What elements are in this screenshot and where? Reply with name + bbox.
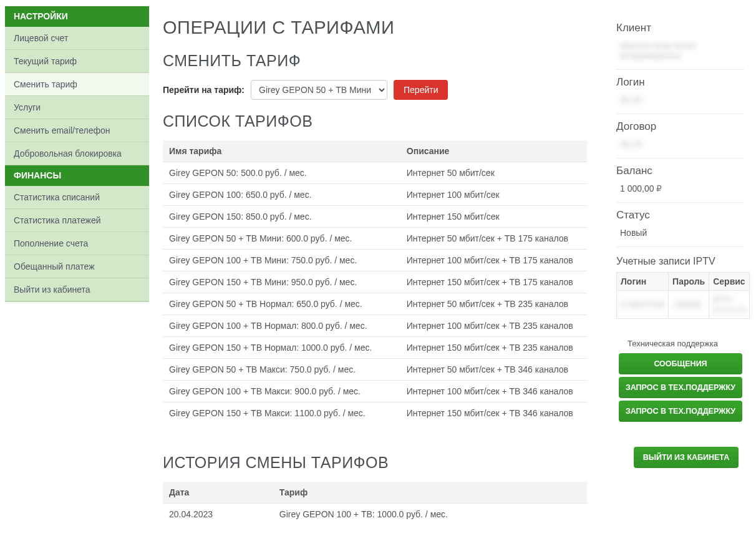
tariff-desc: Интернет 50 мбит/сек + ТВ 235 каналов xyxy=(400,293,587,315)
tariff-name: Girey GEPON 100 + ТВ Мини: 750.0 руб. / … xyxy=(163,250,400,271)
tariff-desc: Интернет 50 мбит/сек + ТВ 346 каналов xyxy=(400,359,587,381)
login-label: Логин xyxy=(616,76,745,89)
sidebar-item[interactable]: Лицевой счет xyxy=(5,27,149,50)
iptv-service: IPTV (2.2.2.2) xyxy=(709,291,750,319)
change-tariff-label: Перейти на тариф: xyxy=(163,85,245,95)
table-row: Girey GEPON 150: 850.0 руб. / мес.Интерн… xyxy=(163,206,587,228)
client-label: Клиент xyxy=(616,22,745,34)
tariff-desc: Интернет 150 мбит/сек xyxy=(400,206,587,228)
history-table: Дата Тариф 20.04.2023Girey GEPON 100 + Т… xyxy=(163,482,587,525)
table-row: Girey GEPON 150 + ТВ Нормал: 1000.0 руб.… xyxy=(163,337,587,359)
iptv-col-password: Пароль xyxy=(669,273,709,291)
support-request-button-1[interactable]: ЗАПРОС В ТЕХ.ПОДДЕРЖКУ xyxy=(619,377,742,398)
history-col-date: Дата xyxy=(163,482,273,504)
sidebar-header-settings: НАСТРОЙКИ xyxy=(5,6,149,27)
sidebar: НАСТРОЙКИ Лицевой счетТекущий тарифСмени… xyxy=(0,0,154,537)
sidebar-item[interactable]: Сменить тариф xyxy=(5,73,149,96)
tariff-select[interactable]: Girey GEPON 50 + ТВ Мини xyxy=(251,80,387,100)
balance-label: Баланс xyxy=(616,165,745,177)
table-row: Girey GEPON 100 + ТВ Нормал: 800.0 руб. … xyxy=(163,315,587,337)
sidebar-item[interactable]: Выйти из кабинета xyxy=(5,278,149,301)
table-row: Girey GEPON 100: 650.0 руб. / мес.Интерн… xyxy=(163,184,587,206)
tariff-name: Girey GEPON 50: 500.0 руб. / мес. xyxy=(163,162,400,184)
iptv-col-service: Сервис xyxy=(709,273,750,291)
iptv-password: 196566 xyxy=(669,291,709,319)
sidebar-item[interactable]: Статистика списаний xyxy=(5,186,149,209)
support-request-button-2[interactable]: ЗАПРОС В ТЕХ.ПОДДЕРЖКУ xyxy=(619,401,742,422)
section-title-change: СМЕНИТЬ ТАРИФ xyxy=(163,52,587,70)
right-panel: Клиент Иванов Анастасия Владимировна Лог… xyxy=(609,0,756,537)
tariff-table: Имя тарифа Описание Girey GEPON 50: 500.… xyxy=(163,140,587,424)
tariff-name: Girey GEPON 50 + ТВ Нормал: 650.0 руб. /… xyxy=(163,293,400,315)
go-button[interactable]: Перейти xyxy=(394,80,448,100)
tariff-name: Girey GEPON 150: 850.0 руб. / мес. xyxy=(163,206,400,228)
sidebar-item[interactable]: Пополнение счета xyxy=(5,232,149,255)
logout-button[interactable]: ВЫЙТИ ИЗ КАБИНЕТА xyxy=(634,447,739,468)
sidebar-item[interactable]: Статистика платежей xyxy=(5,209,149,232)
iptv-login: 275607518 xyxy=(617,291,669,319)
table-row: Girey GEPON 100 + ТВ Мини: 750.0 руб. / … xyxy=(163,250,587,271)
tariff-desc: Интернет 150 мбит/сек + ТВ 235 каналов xyxy=(400,337,587,359)
tariff-desc: Интернет 50 мбит/сек + ТВ 175 каналов xyxy=(400,228,587,250)
table-row: Girey GEPON 100 + ТВ Макси: 900.0 руб. /… xyxy=(163,381,587,402)
sidebar-item[interactable]: Текущий тариф xyxy=(5,50,149,73)
balance-value: 1 000,00 xyxy=(616,183,745,193)
sidebar-item[interactable]: Обещанный платеж xyxy=(5,255,149,278)
support-label: Техническая поддержка xyxy=(616,339,745,348)
tariff-name: Girey GEPON 50 + ТВ Макси: 750.0 руб. / … xyxy=(163,359,400,381)
sidebar-item[interactable]: Сменить email/телефон xyxy=(5,119,149,142)
iptv-table: Логин Пароль Сервис 275607518 196566 IPT… xyxy=(616,272,750,319)
main-content: ОПЕРАЦИИ С ТАРИФАМИ СМЕНИТЬ ТАРИФ Перейт… xyxy=(154,0,609,537)
tariff-name: Girey GEPON 150 + ТВ Макси: 1100.0 руб. … xyxy=(163,402,400,424)
iptv-col-login: Логин xyxy=(617,273,669,291)
client-value: Иванов Анастасия Владимировна xyxy=(616,41,745,61)
tariff-desc: Интернет 100 мбит/сек xyxy=(400,184,587,206)
status-value: Новый xyxy=(616,228,745,238)
sidebar-item[interactable]: Добровольная блокировка xyxy=(5,142,149,165)
section-title-list: СПИСОК ТАРИФОВ xyxy=(163,112,587,130)
table-row: Girey GEPON 50 + ТВ Мини: 600.0 руб. / м… xyxy=(163,228,587,250)
tariff-desc: Интернет 150 мбит/сек + ТВ 175 каналов xyxy=(400,271,587,293)
tariff-desc: Интернет 100 мбит/сек + ТВ 175 каналов xyxy=(400,250,587,271)
messages-button[interactable]: СООБЩЕНИЯ xyxy=(619,353,742,374)
tariff-col-name: Имя тарифа xyxy=(163,140,400,162)
table-row: Girey GEPON 50 + ТВ Нормал: 650.0 руб. /… xyxy=(163,293,587,315)
history-tariff: Girey GEPON 100 + ТВ: 1000.0 руб. / мес. xyxy=(273,504,587,525)
tariff-desc: Интернет 150 мбит/сек + ТВ 346 каналов xyxy=(400,402,587,424)
section-title-history: ИСТОРИЯ СМЕНЫ ТАРИФОВ xyxy=(163,454,587,472)
login-value: 56.29 xyxy=(616,95,745,105)
tariff-col-desc: Описание xyxy=(400,140,587,162)
table-row: Girey GEPON 50 + ТВ Макси: 750.0 руб. / … xyxy=(163,359,587,381)
tariff-desc: Интернет 100 мбит/сек + ТВ 235 каналов xyxy=(400,315,587,337)
sidebar-header-finance: ФИНАНСЫ xyxy=(5,165,149,186)
tariff-name: Girey GEPON 100: 650.0 руб. / мес. xyxy=(163,184,400,206)
tariff-name: Girey GEPON 100 + ТВ Макси: 900.0 руб. /… xyxy=(163,381,400,402)
tariff-name: Girey GEPON 100 + ТВ Нормал: 800.0 руб. … xyxy=(163,315,400,337)
history-col-tariff: Тариф xyxy=(273,482,587,504)
contract-label: Договор xyxy=(616,120,745,133)
tariff-name: Girey GEPON 50 + ТВ Мини: 600.0 руб. / м… xyxy=(163,228,400,250)
table-row: Girey GEPON 150 + ТВ Мини: 950.0 руб. / … xyxy=(163,271,587,293)
status-label: Статус xyxy=(616,209,745,222)
table-row: 20.04.2023Girey GEPON 100 + ТВ: 1000.0 р… xyxy=(163,504,587,525)
tariff-desc: Интернет 100 мбит/сек + ТВ 346 каналов xyxy=(400,381,587,402)
sidebar-item[interactable]: Услуги xyxy=(5,96,149,119)
iptv-title: Учетные записи IPTV xyxy=(616,256,745,267)
tariff-name: Girey GEPON 150 + ТВ Нормал: 1000.0 руб.… xyxy=(163,337,400,359)
history-date: 20.04.2023 xyxy=(163,504,273,525)
contract-value: 56.29 xyxy=(616,139,745,149)
tariff-name: Girey GEPON 150 + ТВ Мини: 950.0 руб. / … xyxy=(163,271,400,293)
table-row: Girey GEPON 150 + ТВ Макси: 1100.0 руб. … xyxy=(163,402,587,424)
iptv-row: 275607518 196566 IPTV (2.2.2.2) xyxy=(617,291,750,319)
table-row: Girey GEPON 50: 500.0 руб. / мес.Интерне… xyxy=(163,162,587,184)
tariff-desc: Интернет 50 мбит/сек xyxy=(400,162,587,184)
page-title: ОПЕРАЦИИ С ТАРИФАМИ xyxy=(163,17,587,38)
